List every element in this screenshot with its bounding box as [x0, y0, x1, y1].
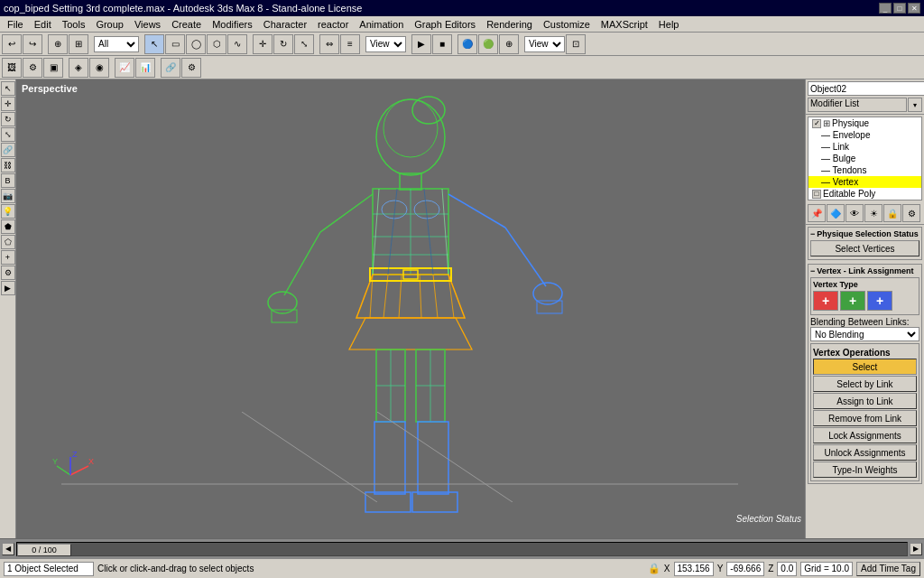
mod-physique[interactable]: ✓ ⊞ Physique	[808, 117, 921, 129]
track-thumb[interactable]: 0 / 100	[17, 544, 71, 556]
mod-tendons[interactable]: — Tendons	[808, 164, 921, 176]
menu-rendering[interactable]: Rendering	[481, 16, 538, 33]
lt-move[interactable]: ✛	[1, 97, 15, 111]
track-prev-btn[interactable]: ◀	[2, 543, 14, 555]
lt-rotate[interactable]: ↻	[1, 112, 15, 126]
vertex-type-green-btn[interactable]: +	[840, 291, 865, 311]
select-vertices-btn[interactable]: Select Vertices	[810, 240, 919, 256]
lt-play[interactable]: ▶	[1, 281, 15, 295]
select-btn[interactable]: Select	[813, 359, 917, 375]
menu-views[interactable]: Views	[129, 16, 166, 33]
more-icon-btn[interactable]: ⚙	[902, 204, 920, 222]
select-region-fence[interactable]: ⬡	[207, 34, 226, 54]
scale-btn[interactable]: ⤡	[294, 34, 314, 54]
vertex-type-red-btn[interactable]: +	[813, 291, 838, 311]
maximize-viewport-btn[interactable]: ⊡	[566, 34, 586, 54]
vertex-type-blue-btn[interactable]: +	[867, 291, 892, 311]
stop-btn[interactable]: ■	[432, 34, 452, 54]
redo-btn[interactable]: ↪	[23, 34, 42, 54]
align-btn[interactable]: ≡	[340, 34, 360, 54]
material-editor-btn[interactable]: ◈	[69, 58, 88, 78]
viewport[interactable]: Perspective	[16, 79, 805, 538]
unlock-assignments-btn[interactable]: Unlock Assignments	[813, 444, 917, 461]
type-in-weights-btn[interactable]: Type-In Weights	[813, 461, 917, 478]
render-frame-btn[interactable]: ▣	[43, 58, 63, 78]
mod-bulge[interactable]: — Bulge	[808, 153, 921, 164]
menu-customize[interactable]: Customize	[538, 16, 596, 33]
physique-status-collapse[interactable]: −	[810, 229, 815, 238]
minimize-btn[interactable]: _	[879, 3, 892, 14]
select-by-link-btn[interactable]: Select by Link	[813, 376, 917, 392]
lock2-icon-btn[interactable]: 🔒	[883, 204, 901, 222]
play-btn[interactable]: ▶	[411, 34, 431, 54]
window-controls[interactable]: _ □ ✕	[879, 3, 920, 14]
lock-assignments-btn[interactable]: Lock Assignments	[813, 427, 917, 443]
pin-icon-btn[interactable]: 📌	[808, 204, 826, 222]
reactor-btn[interactable]: ⚙	[181, 58, 201, 78]
undo-btn[interactable]: ↩	[2, 34, 22, 54]
lock-icon[interactable]: 🔒	[648, 563, 661, 574]
lt-scale[interactable]: ⤡	[1, 127, 15, 142]
lt-light[interactable]: 💡	[1, 204, 15, 219]
menu-graph-editors[interactable]: Graph Editors	[409, 16, 481, 33]
add-time-tag-btn[interactable]: Add Time Tag	[856, 562, 920, 576]
wire-params-btn[interactable]: 🔗	[161, 58, 180, 78]
mod-link[interactable]: — Link	[808, 141, 921, 153]
dope-sheet-btn[interactable]: 📊	[135, 58, 155, 78]
track-next-btn[interactable]: ▶	[910, 543, 922, 555]
vla-collapse[interactable]: −	[810, 266, 815, 275]
select-region-btn[interactable]: ⊞	[69, 34, 88, 54]
menu-create[interactable]: Create	[166, 16, 207, 33]
menu-animation[interactable]: Animation	[354, 16, 409, 33]
lt-link[interactable]: 🔗	[1, 143, 15, 157]
assign-to-link-btn[interactable]: Assign to Link	[813, 393, 917, 409]
lt-bind[interactable]: B	[1, 173, 15, 188]
modifier-list-dropdown-btn[interactable]: ▾	[908, 98, 922, 112]
snap-btn[interactable]: 🔵	[457, 34, 477, 54]
mod-envelope[interactable]: — Envelope	[808, 129, 921, 141]
select-region-lasso[interactable]: ∿	[227, 34, 247, 54]
snap3-btn[interactable]: ⊕	[499, 34, 519, 54]
object-name-field[interactable]	[808, 81, 924, 96]
viewport2-dropdown[interactable]: View	[524, 36, 565, 52]
select-region-circ[interactable]: ◯	[186, 34, 206, 54]
lt-geo[interactable]: ⬟	[1, 219, 15, 234]
camera2-icon-btn[interactable]: 👁	[845, 204, 864, 222]
menu-maxscript[interactable]: MAXScript	[596, 16, 653, 33]
menu-edit[interactable]: Edit	[29, 16, 57, 33]
blend-dropdown[interactable]: No Blending	[810, 327, 919, 341]
maximize-btn[interactable]: □	[893, 3, 906, 14]
menu-group[interactable]: Group	[90, 16, 129, 33]
select-region-rect[interactable]: ▭	[165, 34, 185, 54]
remove-from-link-btn[interactable]: Remove from Link	[813, 410, 917, 426]
mirror-btn[interactable]: ⇔	[319, 34, 339, 54]
viewport1-dropdown[interactable]: View	[365, 36, 406, 52]
snap2-btn[interactable]: 🟢	[478, 34, 498, 54]
move-btn[interactable]: ✛	[253, 34, 273, 54]
lt-shape[interactable]: ⬠	[1, 235, 15, 249]
menu-tools[interactable]: Tools	[57, 16, 91, 33]
menu-modifiers[interactable]: Modifiers	[207, 16, 258, 33]
select-object-btn[interactable]: ⊕	[48, 34, 68, 54]
track-scroll[interactable]: 0 / 100	[16, 542, 908, 556]
menu-file[interactable]: File	[2, 16, 29, 33]
lt-unlink[interactable]: ⛓	[1, 158, 15, 172]
render-settings-btn[interactable]: ⚙	[23, 58, 42, 78]
select-filter-dropdown[interactable]: All	[94, 36, 139, 52]
mod-vertex[interactable]: — Vertex	[808, 176, 921, 188]
light2-icon-btn[interactable]: ☀	[864, 204, 882, 222]
curve-editor-btn[interactable]: 📈	[115, 58, 134, 78]
mod-checkbox-epoly[interactable]: □	[812, 190, 821, 199]
select-btn[interactable]: ↖	[144, 34, 164, 54]
shapes-icon-btn[interactable]: 🔷	[827, 204, 845, 222]
menu-help[interactable]: Help	[653, 16, 685, 33]
lt-helper[interactable]: +	[1, 250, 15, 265]
mod-editable-poly[interactable]: □ Editable Poly	[808, 188, 921, 200]
material-map-btn[interactable]: ◉	[89, 58, 109, 78]
mod-checkbox-physique[interactable]: ✓	[812, 119, 821, 128]
menu-character[interactable]: Character	[258, 16, 312, 33]
render-scene-btn[interactable]: 🖼	[2, 58, 22, 78]
lt-camera[interactable]: 📷	[1, 189, 15, 203]
lt-system[interactable]: ⚙	[1, 266, 15, 280]
rotate-btn[interactable]: ↻	[273, 34, 293, 54]
